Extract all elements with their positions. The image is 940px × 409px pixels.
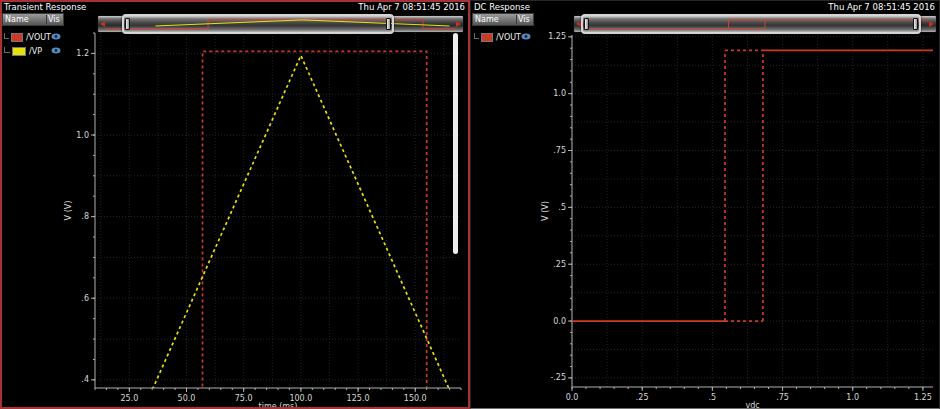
legend-vis-header: Vis	[46, 15, 63, 24]
svg-text:V (V): V (V)	[64, 201, 73, 221]
svg-text:.25: .25	[636, 393, 649, 402]
svg-text:75.0: 75.0	[235, 394, 253, 403]
legend-vis-header: Vis	[516, 15, 533, 24]
vertical-scrollbar-thumb[interactable]	[453, 33, 458, 254]
svg-text:1.0: 1.0	[76, 131, 89, 140]
legend-header: Name Vis	[472, 13, 534, 26]
svg-text:.6: .6	[81, 294, 89, 303]
svg-text:1.0: 1.0	[846, 393, 859, 402]
dc-response-window[interactable]: 0.0.25.5.751.01.25-.250.0.25.5.751.01.25…	[470, 0, 940, 409]
transient-response-window[interactable]: 25.050.075.0100.0125.0150.0.4.6.81.01.2t…	[0, 0, 470, 409]
svg-text:-.25: -.25	[550, 373, 566, 382]
transient-plot-canvas[interactable]: 25.050.075.0100.0125.0150.0.4.6.81.01.2t…	[0, 0, 470, 409]
svg-text:.5: .5	[558, 203, 566, 212]
window-title: Transient Response	[4, 2, 86, 12]
dc-plot-canvas[interactable]: 0.0.25.5.751.01.25-.250.0.25.5.751.01.25…	[470, 0, 940, 409]
strip-grip-right[interactable]	[386, 18, 391, 30]
svg-text:1.2: 1.2	[76, 49, 89, 58]
scroll-right-arrow-icon[interactable]	[456, 21, 461, 27]
signal-color-swatch	[12, 47, 26, 56]
scroll-left-arrow-icon[interactable]	[100, 21, 105, 27]
legend-name-header: Name	[473, 15, 516, 24]
titlebar[interactable]: Transient Response Thu Apr 7 08:51:45 20…	[0, 0, 470, 13]
timestamp: Thu Apr 7 08:51:45 2016	[358, 2, 465, 12]
timestamp: Thu Apr 7 08:51:45 2016	[828, 2, 935, 12]
strip-grip-left[interactable]	[584, 18, 589, 30]
tree-connector-icon	[4, 33, 9, 39]
svg-text:.25: .25	[553, 260, 566, 269]
svg-text:.4: .4	[81, 375, 89, 384]
svg-text:.5: .5	[709, 393, 717, 402]
legend-header: Name Vis	[2, 13, 64, 26]
svg-text:.75: .75	[553, 146, 566, 155]
svg-text:V (V): V (V)	[541, 201, 550, 221]
signal-label: /VOUT	[493, 33, 521, 42]
svg-text:0.0: 0.0	[566, 393, 579, 402]
strip-grip-right[interactable]	[913, 18, 918, 30]
tree-connector-icon	[4, 47, 10, 53]
svg-text:1.0: 1.0	[553, 89, 566, 98]
visibility-eye-icon[interactable]	[51, 47, 61, 56]
strip-thumb[interactable]	[581, 14, 921, 34]
legend-row-vout[interactable]: /VOUT	[472, 31, 534, 44]
svg-text:1.25: 1.25	[548, 32, 566, 41]
svg-text:0.0: 0.0	[553, 317, 566, 326]
legend-row-vp[interactable]: /VP	[2, 45, 64, 58]
titlebar[interactable]: DC Response Thu Apr 7 08:51:45 2016	[470, 0, 940, 13]
overview-pan-zoom-strip[interactable]	[97, 15, 464, 33]
window-title: DC Response	[474, 2, 530, 12]
svg-text:25.0: 25.0	[120, 394, 138, 403]
legend-name-header: Name	[3, 15, 46, 24]
svg-text:vdc: vdc	[745, 401, 759, 409]
signal-color-swatch	[11, 33, 23, 42]
svg-text:.8: .8	[81, 212, 89, 221]
legend-row-vout[interactable]: /VOUT	[2, 31, 64, 44]
signal-label: /VP	[26, 47, 51, 56]
signal-legend: Name Vis /VOUT	[472, 13, 534, 44]
svg-text:1.25: 1.25	[914, 393, 932, 402]
scroll-right-arrow-icon[interactable]	[929, 21, 934, 27]
signal-label: /VOUT	[23, 33, 51, 42]
strip-thumb[interactable]	[122, 14, 394, 34]
visibility-eye-icon[interactable]	[521, 33, 531, 42]
svg-text:50.0: 50.0	[178, 394, 196, 403]
svg-text:125.0: 125.0	[347, 394, 370, 403]
tree-connector-icon	[474, 33, 479, 39]
strip-grip-left[interactable]	[125, 18, 130, 30]
visibility-eye-icon[interactable]	[51, 33, 61, 42]
signal-color-swatch	[481, 33, 493, 42]
svg-text:time (ms): time (ms)	[259, 402, 298, 409]
svg-text:150.0: 150.0	[404, 394, 427, 403]
svg-text:.75: .75	[776, 393, 789, 402]
overview-pan-zoom-strip[interactable]	[573, 15, 937, 33]
signal-legend: Name Vis /VOUT /VP	[2, 13, 64, 58]
